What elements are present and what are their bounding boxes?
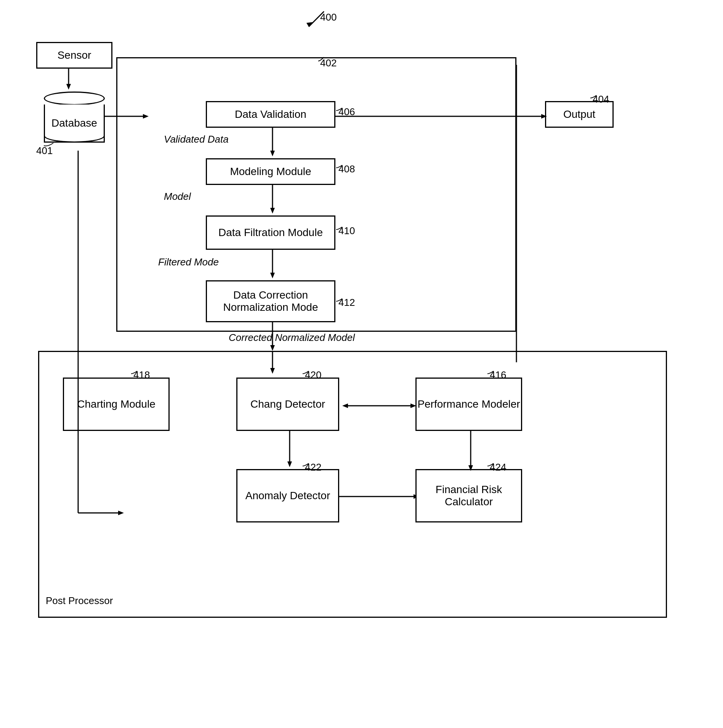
svg-marker-13 [270,273,275,278]
chang-detector-box: Chang Detector [236,378,339,431]
svg-marker-19 [342,403,348,408]
svg-marker-5 [143,114,149,119]
svg-marker-17 [270,368,275,374]
data-filtration-box: Data Filtration Module [206,215,335,250]
diagram-container: 400 Sensor Database 401 402 Data Validat… [0,0,723,728]
svg-marker-15 [270,345,275,351]
svg-line-0 [309,11,324,27]
validated-data-label: Validated Data [164,133,229,145]
post-processor-label: Post Processor [46,595,113,607]
svg-marker-22 [287,461,292,467]
performance-modeler-box: Performance Modeler [415,378,522,431]
svg-marker-9 [270,151,275,156]
model-label: Model [164,191,191,202]
svg-marker-7 [541,114,547,119]
financial-risk-box: Financial Risk Calculator [415,469,522,522]
svg-marker-29 [118,511,124,515]
data-validation-box: Data Validation [206,101,335,128]
svg-marker-20 [410,403,416,408]
modeling-module-box: Modeling Module [206,158,335,185]
svg-marker-3 [66,84,71,90]
corrected-normalized-label: Corrected Normalized Model [229,332,355,344]
filtered-mode-label: Filtered Mode [158,256,219,268]
data-correction-box: Data Correction Normalization Mode [206,280,335,322]
database-cylinder: Database [44,92,105,143]
svg-marker-11 [270,208,275,214]
svg-marker-26 [468,465,473,471]
sensor-box: Sensor [36,42,112,69]
anomaly-detector-box: Anomaly Detector [236,469,339,522]
